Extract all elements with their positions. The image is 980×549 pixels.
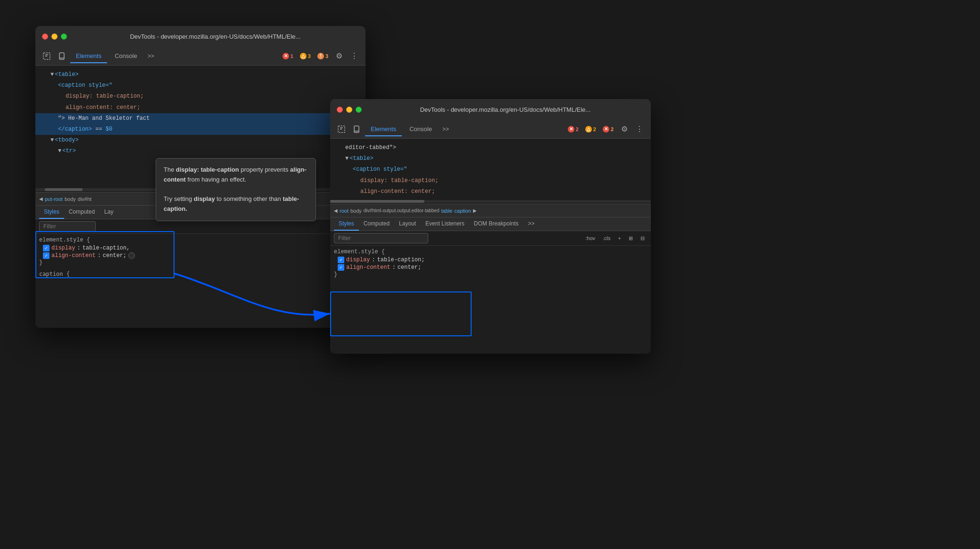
tree-line: ▼<tr>	[35, 146, 365, 157]
minimize-button-2[interactable]	[346, 107, 352, 113]
checkbox-align-1[interactable]	[43, 252, 50, 259]
tree-line: display: table-caption;	[330, 175, 651, 186]
maximize-button-2[interactable]	[356, 107, 362, 113]
bottom-panel-1: Styles Computed Lay element.style { disp…	[35, 205, 365, 328]
svg-rect-1	[59, 53, 64, 59]
more-tabs-1[interactable]: >>	[145, 51, 157, 61]
tab-console-2[interactable]: Console	[404, 123, 438, 136]
tab-elements-2[interactable]: Elements	[365, 123, 402, 136]
tree-line-caption-close: </caption> == $0	[35, 124, 365, 135]
tab-layout-1[interactable]: Lay	[100, 206, 118, 219]
filter-cls[interactable]: .cls	[600, 234, 613, 242]
more-tabs-bottom-2[interactable]: >>	[523, 217, 540, 231]
filter-add[interactable]: +	[616, 234, 623, 242]
more-options-icon-1[interactable]: ⋮	[348, 50, 361, 63]
prop-align-1: align-content : center; ⓘ	[43, 252, 362, 259]
prop-display-1: display : table-caption,	[43, 244, 362, 252]
tab-computed-1[interactable]: Computed	[64, 206, 100, 219]
more-tabs-2[interactable]: >>	[440, 124, 452, 134]
tooltip-text-2: Try setting display to something other t…	[164, 194, 308, 214]
tree-line: ▼<table>	[330, 153, 651, 164]
device-icon-2[interactable]	[350, 123, 363, 136]
window-title-2: DevTools - developer.mozilla.org/en-US/d…	[366, 106, 644, 113]
devtools-window-2: DevTools - developer.mozilla.org/en-US/d…	[330, 99, 651, 354]
main-content-2: editor-tabbed"> ▼<table> <caption style=…	[330, 139, 651, 354]
window-title-1: DevTools - developer.mozilla.org/en-US/d…	[72, 33, 359, 40]
rule-selector-2: element.style {	[334, 249, 647, 255]
breadcrumb-back-1[interactable]: ◀	[39, 196, 43, 201]
rule-selector-1: element.style {	[39, 237, 362, 243]
horizontal-scrollbar-2[interactable]	[330, 200, 651, 203]
breadcrumb-table[interactable]: table	[441, 208, 453, 214]
info-badge-1[interactable]: ! 3	[315, 52, 331, 60]
bottom-tabs-2: Styles Computed Layout Event Listeners D…	[330, 217, 651, 231]
toolbar-2: Elements Console >> ✕ 2 △ 2 ✕ 2 ⚙ ⋮	[330, 120, 651, 139]
toolbar-1: Elements Console >> ✕ 1 △ 3 ! 3 ⚙ ⋮	[35, 47, 365, 66]
filter-bar-2: :hov .cls + ⊞ ⊟	[330, 231, 651, 246]
svg-rect-4	[354, 126, 359, 133]
scrollbar-thumb-1[interactable]	[45, 188, 83, 191]
prop-align-2: align-content : center;	[338, 264, 647, 271]
gear-icon-2[interactable]: ⚙	[618, 123, 631, 136]
style-rules-1: element.style { display : table-caption,…	[35, 234, 365, 269]
bottom-panel-2: Styles Computed Layout Event Listeners D…	[330, 217, 651, 354]
breadcrumb-body-2[interactable]: body	[350, 208, 362, 214]
breadcrumb-div[interactable]: div#ht	[78, 196, 91, 202]
filter-actions-2: :hov .cls + ⊞ ⊟	[583, 234, 647, 242]
filter-bar-1	[35, 219, 365, 234]
tab-styles-1[interactable]: Styles	[39, 206, 64, 219]
tree-line: <caption style="	[35, 80, 365, 91]
more-options-icon-2[interactable]: ⋮	[633, 123, 646, 136]
info-badge-2[interactable]: ✕ 2	[600, 125, 616, 133]
checkbox-align-2[interactable]	[338, 264, 344, 271]
tab-console-1[interactable]: Console	[109, 50, 143, 63]
titlebar-2: DevTools - developer.mozilla.org/en-US/d…	[330, 99, 651, 120]
warning-badge-2[interactable]: △ 2	[583, 125, 598, 133]
close-button-2[interactable]	[337, 107, 343, 113]
close-button-1[interactable]	[42, 33, 48, 40]
warning-badge-1[interactable]: △ 3	[298, 52, 313, 60]
tab-elements-1[interactable]: Elements	[70, 50, 107, 63]
prop-display-2: display : table-caption;	[338, 256, 647, 264]
tab-event-listeners-2[interactable]: Event Listeners	[421, 217, 469, 231]
tab-layout-2[interactable]: Layout	[394, 217, 421, 231]
tree-line-selected: "> He-Man and Skeletor fact	[35, 113, 365, 124]
filter-delete[interactable]: ⊟	[638, 234, 647, 242]
rule-close-2: }	[334, 271, 647, 278]
maximize-button-1[interactable]	[61, 33, 67, 40]
filter-input-2[interactable]	[334, 233, 428, 243]
filter-hov[interactable]: :hov	[583, 234, 598, 242]
tree-line: display: table-caption;	[35, 91, 365, 102]
breadcrumb-div-2[interactable]: div#html-output.output.editor-tabbed	[364, 208, 440, 213]
tab-dom-breakpoints-2[interactable]: DOM Breakpoints	[469, 217, 523, 231]
tree-line: editor-tabbed">	[330, 142, 651, 153]
tab-styles-2[interactable]: Styles	[334, 217, 359, 231]
gear-icon-1[interactable]: ⚙	[332, 50, 346, 63]
error-badge-2[interactable]: ✕ 2	[565, 125, 581, 133]
inspect-icon[interactable]	[40, 50, 53, 63]
breadcrumb-back-2[interactable]: ◀	[334, 208, 338, 213]
breadcrumb-put-root[interactable]: put-root	[45, 196, 63, 202]
inspect-icon-2[interactable]	[335, 123, 348, 136]
info-icon-1[interactable]: ⓘ	[128, 252, 135, 259]
breadcrumb-2: ◀ root body div#html-output.output.edito…	[330, 204, 651, 217]
scrollbar-thumb-2[interactable]	[330, 200, 424, 203]
tab-computed-2[interactable]: Computed	[359, 217, 394, 231]
style-rules-2: element.style { display : table-caption;…	[330, 246, 651, 281]
tree-line: align-content: center;	[330, 186, 651, 197]
tree-line: align-content: center;	[35, 102, 365, 113]
filter-copy[interactable]: ⊞	[626, 234, 635, 242]
device-icon[interactable]	[55, 50, 68, 63]
filter-input-1[interactable]	[39, 221, 96, 232]
checkbox-display-1[interactable]	[43, 245, 50, 251]
breadcrumb-body[interactable]: body	[65, 196, 76, 202]
error-badge-1[interactable]: ✕ 1	[280, 52, 296, 60]
breadcrumb-caption[interactable]: caption	[454, 208, 471, 214]
tree-line: "> He-Man and Skeletor facts	[330, 197, 651, 199]
breadcrumb-fwd-2[interactable]: ▶	[473, 208, 477, 213]
checkbox-display-2[interactable]	[338, 257, 344, 263]
breadcrumb-root[interactable]: root	[340, 208, 349, 214]
html-tree-2: editor-tabbed"> ▼<table> <caption style=…	[330, 139, 651, 199]
minimize-button-1[interactable]	[51, 33, 58, 40]
titlebar-1: DevTools - developer.mozilla.org/en-US/d…	[35, 26, 365, 47]
